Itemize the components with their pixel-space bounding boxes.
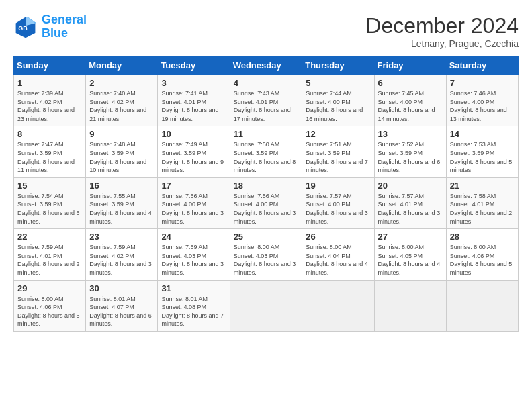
day-detail: Sunrise: 8:00 AM Sunset: 4:03 PM Dayligh…	[234, 243, 299, 277]
calendar-day-cell: 3Sunrise: 7:41 AM Sunset: 4:01 PM Daylig…	[158, 75, 230, 126]
day-detail: Sunrise: 7:59 AM Sunset: 4:02 PM Dayligh…	[89, 243, 154, 277]
logo-text: General Blue	[42, 13, 87, 40]
day-number: 28	[450, 232, 515, 242]
day-detail: Sunrise: 7:48 AM Sunset: 3:59 PM Dayligh…	[89, 140, 154, 174]
day-detail: Sunrise: 8:00 AM Sunset: 4:04 PM Dayligh…	[306, 243, 370, 277]
day-detail: Sunrise: 7:56 AM Sunset: 4:00 PM Dayligh…	[234, 192, 299, 226]
day-detail: Sunrise: 8:00 AM Sunset: 4:05 PM Dayligh…	[378, 243, 443, 277]
day-number: 21	[450, 181, 515, 191]
day-detail: Sunrise: 7:54 AM Sunset: 3:59 PM Dayligh…	[17, 192, 82, 226]
calendar-day-cell: 31Sunrise: 8:01 AM Sunset: 4:08 PM Dayli…	[158, 280, 230, 331]
day-number: 30	[89, 283, 154, 293]
calendar-day-cell: 10Sunrise: 7:49 AM Sunset: 3:59 PM Dayli…	[158, 126, 230, 177]
day-number: 12	[306, 129, 370, 139]
day-number: 2	[89, 78, 154, 88]
calendar-day-cell	[230, 280, 302, 331]
day-detail: Sunrise: 7:50 AM Sunset: 3:59 PM Dayligh…	[234, 140, 299, 174]
calendar-day-cell: 26Sunrise: 8:00 AM Sunset: 4:04 PM Dayli…	[302, 229, 374, 280]
calendar-week-row: 22Sunrise: 7:59 AM Sunset: 4:01 PM Dayli…	[14, 229, 519, 280]
calendar-day-cell: 11Sunrise: 7:50 AM Sunset: 3:59 PM Dayli…	[230, 126, 302, 177]
calendar-week-row: 15Sunrise: 7:54 AM Sunset: 3:59 PM Dayli…	[14, 177, 519, 228]
month-title: December 2024	[365, 13, 519, 38]
day-detail: Sunrise: 7:49 AM Sunset: 3:59 PM Dayligh…	[161, 140, 226, 174]
day-number: 14	[450, 129, 515, 139]
day-detail: Sunrise: 7:57 AM Sunset: 4:01 PM Dayligh…	[378, 192, 443, 226]
day-detail: Sunrise: 7:39 AM Sunset: 4:02 PM Dayligh…	[17, 89, 82, 123]
day-number: 22	[17, 232, 82, 242]
calendar-table: SundayMondayTuesdayWednesdayThursdayFrid…	[13, 56, 519, 332]
calendar-day-cell: 30Sunrise: 8:01 AM Sunset: 4:07 PM Dayli…	[86, 280, 158, 331]
calendar-day-cell: 16Sunrise: 7:55 AM Sunset: 3:59 PM Dayli…	[86, 177, 158, 228]
day-detail: Sunrise: 8:01 AM Sunset: 4:08 PM Dayligh…	[161, 295, 226, 328]
day-detail: Sunrise: 7:57 AM Sunset: 4:00 PM Dayligh…	[306, 192, 370, 226]
logo-line1: General	[42, 13, 87, 26]
calendar-day-cell: 18Sunrise: 7:56 AM Sunset: 4:00 PM Dayli…	[230, 177, 302, 228]
calendar-week-row: 29Sunrise: 8:00 AM Sunset: 4:06 PM Dayli…	[14, 280, 519, 331]
day-detail: Sunrise: 7:58 AM Sunset: 4:01 PM Dayligh…	[450, 192, 515, 226]
day-detail: Sunrise: 7:56 AM Sunset: 4:00 PM Dayligh…	[161, 192, 226, 226]
day-detail: Sunrise: 7:55 AM Sunset: 3:59 PM Dayligh…	[89, 192, 154, 226]
day-number: 4	[234, 78, 299, 88]
calendar-day-cell: 28Sunrise: 8:00 AM Sunset: 4:06 PM Dayli…	[446, 229, 518, 280]
day-number: 5	[306, 78, 370, 88]
calendar-day-cell: 2Sunrise: 7:40 AM Sunset: 4:02 PM Daylig…	[86, 75, 158, 126]
calendar-day-cell: 13Sunrise: 7:52 AM Sunset: 3:59 PM Dayli…	[374, 126, 446, 177]
day-number: 3	[161, 78, 226, 88]
logo-icon: GB	[13, 15, 38, 39]
calendar-day-cell: 9Sunrise: 7:48 AM Sunset: 3:59 PM Daylig…	[86, 126, 158, 177]
day-of-week-header: Wednesday	[230, 56, 302, 75]
day-detail: Sunrise: 7:52 AM Sunset: 3:59 PM Dayligh…	[378, 140, 443, 174]
day-number: 20	[378, 181, 443, 191]
day-number: 9	[89, 129, 154, 139]
day-detail: Sunrise: 7:43 AM Sunset: 4:01 PM Dayligh…	[234, 89, 299, 123]
calendar-day-cell: 24Sunrise: 7:59 AM Sunset: 4:03 PM Dayli…	[158, 229, 230, 280]
day-number: 23	[89, 232, 154, 242]
day-detail: Sunrise: 7:44 AM Sunset: 4:00 PM Dayligh…	[306, 89, 370, 123]
day-number: 11	[234, 129, 299, 139]
calendar-day-cell: 29Sunrise: 8:00 AM Sunset: 4:06 PM Dayli…	[14, 280, 86, 331]
day-detail: Sunrise: 7:59 AM Sunset: 4:03 PM Dayligh…	[161, 243, 226, 277]
day-number: 18	[234, 181, 299, 191]
calendar-day-cell	[374, 280, 446, 331]
calendar-day-cell: 7Sunrise: 7:46 AM Sunset: 4:00 PM Daylig…	[446, 75, 518, 126]
calendar-day-cell: 1Sunrise: 7:39 AM Sunset: 4:02 PM Daylig…	[14, 75, 86, 126]
day-number: 19	[306, 181, 370, 191]
day-number: 8	[17, 129, 82, 139]
day-detail: Sunrise: 7:47 AM Sunset: 3:59 PM Dayligh…	[17, 140, 82, 174]
day-number: 13	[378, 129, 443, 139]
title-block: December 2024 Letnany, Prague, Czechia	[365, 13, 519, 49]
day-of-week-header: Friday	[374, 56, 446, 75]
calendar-day-cell: 14Sunrise: 7:53 AM Sunset: 3:59 PM Dayli…	[446, 126, 518, 177]
calendar-week-row: 8Sunrise: 7:47 AM Sunset: 3:59 PM Daylig…	[14, 126, 519, 177]
day-number: 10	[161, 129, 226, 139]
day-of-week-header: Sunday	[14, 56, 86, 75]
calendar-week-row: 1Sunrise: 7:39 AM Sunset: 4:02 PM Daylig…	[14, 75, 519, 126]
day-number: 7	[450, 78, 515, 88]
calendar-day-cell: 19Sunrise: 7:57 AM Sunset: 4:00 PM Dayli…	[302, 177, 374, 228]
calendar-day-cell: 12Sunrise: 7:51 AM Sunset: 3:59 PM Dayli…	[302, 126, 374, 177]
day-detail: Sunrise: 7:46 AM Sunset: 4:00 PM Dayligh…	[450, 89, 515, 123]
day-of-week-header: Saturday	[446, 56, 518, 75]
calendar-day-cell: 22Sunrise: 7:59 AM Sunset: 4:01 PM Dayli…	[14, 229, 86, 280]
calendar-header-row: SundayMondayTuesdayWednesdayThursdayFrid…	[14, 56, 519, 75]
day-detail: Sunrise: 8:00 AM Sunset: 4:06 PM Dayligh…	[450, 243, 515, 277]
day-number: 1	[17, 78, 82, 88]
day-detail: Sunrise: 8:01 AM Sunset: 4:07 PM Dayligh…	[89, 295, 154, 328]
calendar-day-cell: 5Sunrise: 7:44 AM Sunset: 4:00 PM Daylig…	[302, 75, 374, 126]
day-detail: Sunrise: 7:41 AM Sunset: 4:01 PM Dayligh…	[161, 89, 226, 123]
day-detail: Sunrise: 7:45 AM Sunset: 4:00 PM Dayligh…	[378, 89, 443, 123]
day-detail: Sunrise: 7:53 AM Sunset: 3:59 PM Dayligh…	[450, 140, 515, 174]
day-number: 6	[378, 78, 443, 88]
calendar-day-cell: 20Sunrise: 7:57 AM Sunset: 4:01 PM Dayli…	[374, 177, 446, 228]
day-number: 26	[306, 232, 370, 242]
logo: GB General Blue	[13, 13, 87, 40]
svg-text:GB: GB	[18, 25, 28, 32]
day-number: 31	[161, 283, 226, 293]
day-number: 27	[378, 232, 443, 242]
location: Letnany, Prague, Czechia	[365, 38, 519, 49]
calendar-day-cell: 25Sunrise: 8:00 AM Sunset: 4:03 PM Dayli…	[230, 229, 302, 280]
day-detail: Sunrise: 7:59 AM Sunset: 4:01 PM Dayligh…	[17, 243, 82, 277]
logo-line2: Blue	[42, 26, 68, 40]
calendar-day-cell: 17Sunrise: 7:56 AM Sunset: 4:00 PM Dayli…	[158, 177, 230, 228]
day-number: 25	[234, 232, 299, 242]
